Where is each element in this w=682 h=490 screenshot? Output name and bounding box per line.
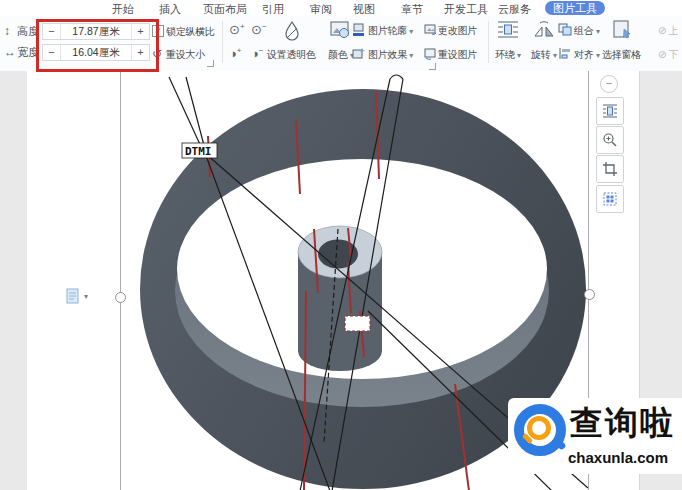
bring-forward-button[interactable]: ⊘ 上 xyxy=(658,24,678,38)
wrap-icon xyxy=(497,20,519,40)
align-button[interactable]: 对齐 ▾ xyxy=(574,48,600,62)
caret-down-icon: ▾ xyxy=(553,51,557,60)
height-icon: ↕ xyxy=(4,24,10,38)
picture-outline-icon xyxy=(352,23,365,36)
tab-insert[interactable]: 插入 xyxy=(159,2,181,17)
site-watermark: 查询啦 chaxunla.com xyxy=(508,398,682,474)
send-backward-button[interactable]: ⊘ 下 xyxy=(658,48,678,62)
lock-aspect-label[interactable]: 锁定纵横比 xyxy=(166,25,215,39)
float-wrap-button[interactable] xyxy=(596,97,624,125)
align-icon xyxy=(558,47,572,60)
contrast-up-button[interactable]: ◑+ xyxy=(229,46,242,61)
caret-down-icon: ▾ xyxy=(409,27,413,36)
ribbon-separator xyxy=(222,21,223,63)
selection-border-left[interactable] xyxy=(120,71,121,490)
tab-home[interactable]: 开始 xyxy=(112,2,134,17)
height-stepper[interactable]: − 17.87厘米 + xyxy=(42,23,150,40)
selection-handle-right[interactable] xyxy=(584,289,595,300)
width-stepper[interactable]: − 16.04厘米 + xyxy=(42,44,150,61)
caret-down-icon: ▾ xyxy=(517,51,521,60)
inner-selection-box xyxy=(345,316,370,331)
cylinder-shape xyxy=(298,226,382,371)
watermark-magnifier-icon xyxy=(527,416,551,440)
selection-pane-button[interactable]: 选择窗格 xyxy=(602,48,641,62)
brightness-up-button[interactable]: ⊙+ xyxy=(229,22,245,37)
crop-icon xyxy=(602,161,618,177)
float-layout-options-button[interactable] xyxy=(596,185,624,213)
menu-tab-bar: 开始 插入 页面布局 引用 审阅 视图 章节 开发工具 云服务 图片工具 xyxy=(0,0,682,16)
picture-outline-button[interactable]: 图片轮廓 ▾ xyxy=(368,24,413,38)
height-minus-button[interactable]: − xyxy=(43,24,61,39)
group-icon xyxy=(558,23,572,36)
dtmi-label: DTMI xyxy=(182,143,217,158)
change-picture-icon xyxy=(424,23,437,36)
margin-page-caret-icon[interactable]: ▾ xyxy=(84,292,88,301)
picture-effects-button[interactable]: 图片效果 ▾ xyxy=(368,48,413,62)
picture-effects-icon xyxy=(352,47,365,60)
watermark-domain: chaxunla.com xyxy=(568,449,668,466)
reset-size-button[interactable]: 重设大小 xyxy=(166,48,205,62)
wrap-button[interactable]: 环绕 ▾ xyxy=(495,48,521,62)
change-picture-button[interactable]: 更改图片 xyxy=(438,24,477,38)
reset-size-icon: ↺ xyxy=(152,47,162,61)
set-transparent-button[interactable]: 设置透明色 xyxy=(267,48,316,62)
layer-icon: ⊘ xyxy=(658,49,666,60)
wrap-icon xyxy=(602,103,618,119)
tab-view[interactable]: 视图 xyxy=(353,2,375,17)
tab-page-layout[interactable]: 页面布局 xyxy=(203,2,247,17)
caret-down-icon: ▾ xyxy=(596,27,600,36)
tab-developer[interactable]: 开发工具 xyxy=(444,2,488,17)
watermark-title: 查询啦 xyxy=(570,401,675,446)
magnifier-plus-icon xyxy=(602,132,618,148)
transparent-color-icon xyxy=(283,20,301,42)
rotate-button[interactable]: 旋转 ▾ xyxy=(531,48,557,62)
layer-icon: ⊘ xyxy=(658,25,666,36)
height-value[interactable]: 17.87厘米 xyxy=(61,24,132,39)
caret-down-icon: ▾ xyxy=(596,51,600,60)
svg-text:DTMI: DTMI xyxy=(185,145,212,158)
width-value[interactable]: 16.04厘米 xyxy=(61,45,132,60)
float-zoom-button[interactable] xyxy=(596,126,624,154)
ribbon-separator xyxy=(488,21,489,63)
tab-cloud[interactable]: 云服务 xyxy=(498,2,531,17)
wps-window: 开始 插入 页面布局 引用 审阅 视图 章节 开发工具 云服务 图片工具 ↕ 高… xyxy=(0,0,682,490)
size-dialog-launcher-icon[interactable] xyxy=(207,60,214,67)
height-label: 高度 xyxy=(17,24,39,39)
contrast-down-button[interactable]: ◑− xyxy=(251,46,264,61)
toolbar-collapse-button[interactable]: − xyxy=(600,75,618,93)
tab-section[interactable]: 章节 xyxy=(401,2,423,17)
margin-page-icon[interactable] xyxy=(66,288,80,305)
tab-references[interactable]: 引用 xyxy=(262,2,284,17)
height-plus-button[interactable]: + xyxy=(132,24,149,39)
color-icon xyxy=(330,21,350,39)
float-crop-button[interactable] xyxy=(596,155,624,183)
reset-picture-icon xyxy=(424,47,437,60)
caret-down-icon: ▾ xyxy=(409,51,413,60)
picture-tools-ribbon: ↕ 高度 − 17.87厘米 + ↔ 宽度 − 16.04厘米 + ✓ 锁定纵横… xyxy=(0,16,682,72)
dashed-grid-icon xyxy=(602,191,618,207)
width-minus-button[interactable]: − xyxy=(43,45,61,60)
lock-aspect-checkbox[interactable]: ✓ xyxy=(152,25,164,37)
width-plus-button[interactable]: + xyxy=(132,45,149,60)
reset-picture-button[interactable]: 重设图片 xyxy=(438,48,477,62)
width-label: 宽度 xyxy=(17,45,39,60)
group-button[interactable]: 组合 ▾ xyxy=(574,24,600,38)
color-button[interactable]: 颜色 ▾ xyxy=(328,48,354,62)
tab-picture-tools-active[interactable]: 图片工具 xyxy=(545,1,605,15)
rotate-icon xyxy=(533,20,555,40)
brightness-down-button[interactable]: ⊙− xyxy=(251,22,267,37)
selection-pane-icon xyxy=(613,20,633,40)
width-icon: ↔ xyxy=(4,45,16,59)
tab-review[interactable]: 审阅 xyxy=(310,2,332,17)
adjust-dialog-launcher-icon[interactable] xyxy=(429,63,436,70)
selection-handle-left[interactable] xyxy=(115,292,126,303)
